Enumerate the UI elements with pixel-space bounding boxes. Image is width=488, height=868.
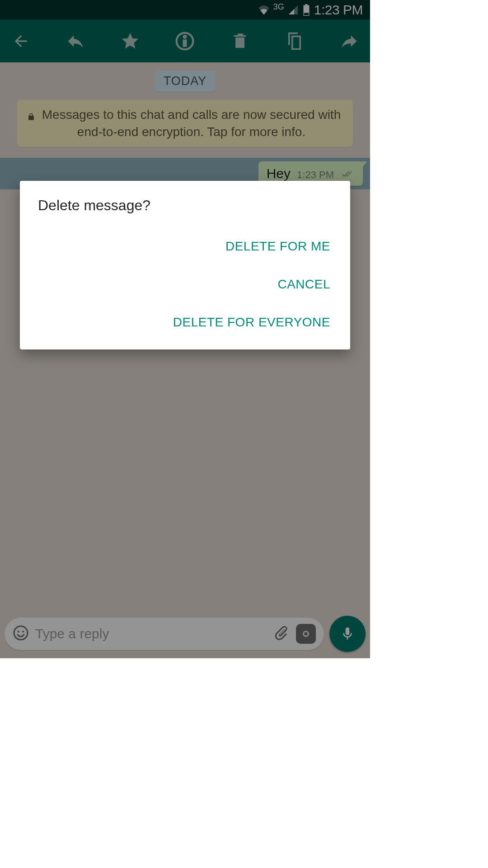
dialog-actions: DELETE FOR ME CANCEL DELETE FOR EVERYONE <box>38 227 332 341</box>
delete-for-me-button[interactable]: DELETE FOR ME <box>224 227 332 265</box>
cancel-button[interactable]: CANCEL <box>276 265 332 303</box>
delete-for-everyone-button[interactable]: DELETE FOR EVERYONE <box>171 303 332 341</box>
dialog-title: Delete message? <box>38 197 332 214</box>
delete-dialog: Delete message? DELETE FOR ME CANCEL DEL… <box>20 181 350 349</box>
screen: 3G 1:23 PM TODAY <box>0 0 370 658</box>
